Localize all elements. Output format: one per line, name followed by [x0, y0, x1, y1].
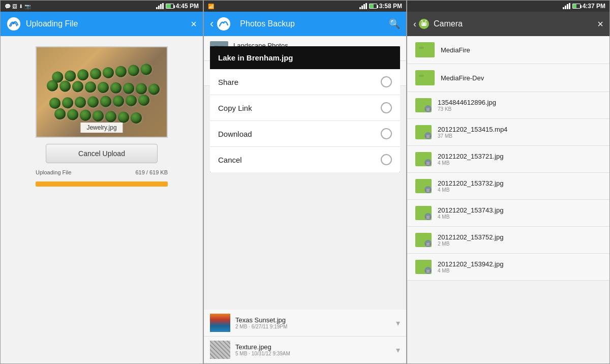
status-icons-1: 💬 🖼 ⬇ 📷: [5, 4, 30, 9]
p3-name-file-6: 20121202_153942.jpg: [438, 260, 601, 268]
app-bar-2: ‹ Photos Backup 🔍: [204, 12, 406, 36]
file-icon-5: 🤖: [415, 233, 432, 247]
download-radio[interactable]: [381, 128, 392, 139]
app-title-1: Uploading File: [26, 19, 191, 28]
cancel-label: Cancel: [218, 156, 242, 164]
back-button-3[interactable]: ‹: [413, 18, 430, 29]
signal-icon-2: [359, 3, 367, 9]
file-icon-3: 🤖: [415, 179, 432, 193]
time-3: 4:37 PM: [583, 3, 605, 10]
file-icon-4: 🤖: [415, 206, 432, 220]
p3-info-file-2: 20121202_153721.jpg 4 MB: [438, 153, 601, 166]
panel-photos-backup: 📶 3:58 PM ‹ Photos Backup 🔍: [203, 0, 407, 364]
p3-info-file-6: 20121202_153942.jpg 4 MB: [438, 260, 601, 274]
p3-item-file-2[interactable]: 🤖 20121202_153721.jpg 4 MB: [407, 146, 609, 173]
search-button-2[interactable]: 🔍: [389, 18, 400, 29]
upload-status-label: Uploading File: [36, 169, 71, 175]
svg-point-1: [217, 17, 230, 31]
app-bar-3: ‹ Camera ×: [407, 12, 609, 36]
upload-progress-bar: [36, 181, 168, 187]
mediafire-logo-icon: [7, 17, 21, 31]
p3-item-mediafire[interactable]: MediaFire: [407, 36, 609, 64]
status-bar-2: 📶 3:58 PM: [204, 1, 406, 12]
p3-item-file-5[interactable]: 🤖 20121202_153752.jpg 2 MB: [407, 227, 609, 254]
file-icon-0: 🤖: [415, 98, 432, 112]
p3-item-file-3[interactable]: 🤖 20121202_153732.jpg 4 MB: [407, 173, 609, 200]
p3-info-mediafire-dev: MediaFire-Dev: [441, 74, 601, 82]
mediafire-logo-icon-2: [217, 17, 231, 31]
time-2: 3:58 PM: [379, 3, 402, 10]
p3-sub-file-3: 4 MB: [438, 187, 601, 193]
p3-item-file-0[interactable]: 🤖 1354844612896.jpg 73 KB: [407, 92, 609, 119]
p3-name-file-1: 20121202_153415.mp4: [438, 126, 601, 133]
app-logo-1: [7, 17, 21, 31]
close-button-3[interactable]: ×: [597, 18, 603, 30]
cancel-upload-button[interactable]: Cancel Upload: [46, 144, 158, 163]
folder-icon-mediafire-dev: [415, 70, 435, 85]
svg-rect-15: [419, 75, 424, 77]
back-button-2[interactable]: ‹: [210, 17, 214, 31]
p3-sub-file-6: 4 MB: [438, 268, 601, 274]
battery-icon-3: [572, 4, 581, 9]
file-thumb-texas: [210, 314, 230, 332]
p3-item-file-6[interactable]: 🤖 20121202_153942.jpg 4 MB: [407, 254, 609, 281]
p3-name-file-4: 20121202_153743.jpg: [438, 206, 601, 214]
folder-icon-mediafire: [415, 42, 435, 57]
p3-name-file-2: 20121202_153721.jpg: [438, 153, 601, 160]
p3-info-mediafire: MediaFire: [441, 46, 601, 54]
p3-item-file-1[interactable]: 🤖 20121202_153415.mp4 37 MB: [407, 119, 609, 146]
signal-icon-1: [156, 3, 164, 9]
file-info-texas: Texas Sunset.jpg 2 MB · 6/27/11 9:19PM: [235, 316, 391, 329]
svg-point-9: [425, 23, 426, 24]
bottom-file-previews: Texas Sunset.jpg 2 MB · 6/27/11 9:19PM ▾…: [204, 310, 406, 363]
cancel-radio[interactable]: [381, 154, 392, 165]
svg-rect-7: [421, 22, 426, 26]
upload-status-row: Uploading File 619 / 619 KB: [36, 169, 168, 175]
p3-info-file-4: 20121202_153743.jpg 4 MB: [438, 206, 601, 220]
p3-item-file-4[interactable]: 🤖 20121202_153743.jpg 4 MB: [407, 200, 609, 227]
file-thumb-texture: [210, 341, 230, 359]
copylink-radio[interactable]: [381, 102, 392, 113]
download-label: Download: [218, 130, 252, 138]
signal-icon-3: [563, 3, 570, 9]
chevron-texas: ▾: [396, 318, 400, 328]
chevron-texture: ▾: [396, 345, 400, 355]
p3-info-file-1: 20121202_153415.mp4 37 MB: [438, 126, 601, 139]
time-1: 4:45 PM: [176, 3, 199, 10]
p3-sub-file-0: 73 KB: [438, 106, 601, 112]
file-name-texture: Texture.jpeg: [235, 343, 391, 351]
context-menu-download[interactable]: Download: [210, 121, 400, 147]
p3-sub-file-2: 4 MB: [438, 160, 601, 166]
p3-sub-file-5: 2 MB: [438, 241, 601, 247]
p3-sub-file-1: 37 MB: [438, 133, 601, 139]
share-radio[interactable]: [381, 76, 392, 87]
context-menu-copylink[interactable]: Copy Link: [210, 95, 400, 121]
svg-rect-13: [419, 47, 424, 49]
file-icon-2: 🤖: [415, 152, 432, 166]
p3-name-file-5: 20121202_153752.jpg: [438, 233, 601, 241]
close-button-1[interactable]: ×: [191, 18, 197, 30]
file-sub-texture: 5 MB · 10/31/12 9:39AM: [235, 351, 391, 356]
context-menu-cancel[interactable]: Cancel: [210, 147, 400, 172]
p3-sub-file-4: 4 MB: [438, 214, 601, 220]
upload-preview-image: Jewelry.jpg: [36, 46, 168, 138]
p3-item-mediafire-dev[interactable]: MediaFire-Dev: [407, 64, 609, 92]
file-row-texas[interactable]: Texas Sunset.jpg 2 MB · 6/27/11 9:19PM ▾: [204, 310, 406, 337]
p3-name-mediafire: MediaFire: [441, 46, 601, 54]
upload-progress-value: 619 / 619 KB: [135, 169, 168, 175]
p3-info-file-3: 20121202_153732.jpg 4 MB: [438, 179, 601, 193]
app-title-3: Camera: [434, 19, 597, 28]
context-menu-share[interactable]: Share: [210, 69, 400, 95]
file-icon-1: 🤖: [415, 125, 432, 139]
panel-camera: 4:37 PM ‹ Camera × MediaFire: [407, 0, 610, 364]
panel3-file-list: MediaFire MediaFire-Dev 🤖 1354844612896.…: [407, 36, 609, 363]
app-title-2: Photos Backup: [240, 19, 389, 28]
file-row-texture[interactable]: Texture.jpeg 5 MB · 10/31/12 9:39AM ▾: [204, 337, 406, 363]
p3-info-file-0: 1354844612896.jpg 73 KB: [438, 99, 601, 112]
app-bar-1: Uploading File ×: [1, 12, 203, 36]
context-menu-title: Lake in Brenham.jpg: [210, 46, 400, 69]
battery-icon-1: [166, 4, 174, 9]
panel-upload: 💬 🖼 ⬇ 📷 4:45 PM Uploading File ×: [0, 0, 203, 364]
copylink-label: Copy Link: [218, 104, 252, 112]
p3-info-file-5: 20121202_153752.jpg 2 MB: [438, 233, 601, 247]
